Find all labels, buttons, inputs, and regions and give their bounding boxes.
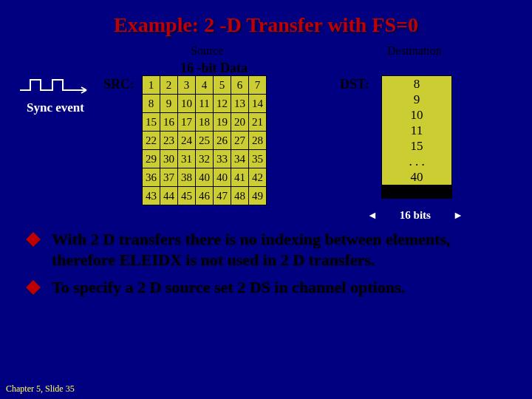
grid-cell: 13 bbox=[231, 95, 249, 113]
grid-cell: 35 bbox=[249, 150, 267, 168]
grid-cell: 38 bbox=[178, 168, 196, 187]
grid-cell: 9 bbox=[160, 95, 178, 113]
grid-cell: 14 bbox=[249, 95, 267, 113]
slide-title: Example: 2 -D Transfer with FS=0 bbox=[0, 0, 532, 44]
grid-cell: 45 bbox=[178, 187, 196, 205]
grid-cell: 5 bbox=[214, 76, 231, 95]
diamond-icon bbox=[26, 232, 41, 247]
pulse-icon bbox=[18, 75, 92, 95]
slide-footer: Chapter 5, Slide 35 bbox=[6, 383, 75, 395]
grid-cell: 33 bbox=[214, 150, 231, 168]
grid-cell: 16 bbox=[160, 113, 178, 132]
source-subheader: 16 -bit Data bbox=[180, 61, 248, 76]
grid-cell: 44 bbox=[160, 187, 178, 205]
dest-cell: 8 bbox=[382, 76, 451, 92]
grid-cell: 23 bbox=[160, 132, 178, 150]
grid-cell: 3 bbox=[178, 76, 196, 95]
grid-cell: 22 bbox=[143, 132, 160, 150]
grid-cell: 37 bbox=[160, 168, 178, 187]
grid-cell: 46 bbox=[196, 187, 214, 205]
grid-cell: 26 bbox=[214, 132, 231, 150]
grid-cell: 12 bbox=[214, 95, 231, 113]
grid-cell: 10 bbox=[178, 95, 196, 113]
sync-event-label: Sync event bbox=[15, 100, 96, 115]
arrow-right-icon: ► bbox=[453, 210, 463, 222]
grid-cell: 48 bbox=[231, 187, 249, 205]
grid-cell: 30 bbox=[160, 150, 178, 168]
grid-cell: 2 bbox=[160, 76, 178, 95]
grid-cell: 31 bbox=[178, 150, 196, 168]
grid-cell: 6 bbox=[231, 76, 249, 95]
bullet-text: With 2 D transfers there is no indexing … bbox=[52, 229, 510, 270]
arrow-left-icon: ◄ bbox=[367, 210, 378, 222]
grid-cell: 17 bbox=[178, 113, 196, 132]
grid-cell: 24 bbox=[178, 132, 196, 150]
grid-cell: 11 bbox=[196, 95, 214, 113]
grid-cell: 4 bbox=[196, 76, 214, 95]
bullet-text: To specify a 2 D source set 2 DS in chan… bbox=[52, 277, 405, 298]
dest-cell: 10 bbox=[382, 107, 451, 123]
bullet-item: With 2 D transfers there is no indexing … bbox=[28, 229, 510, 270]
grid-cell: 43 bbox=[143, 187, 160, 205]
destination-blank bbox=[382, 185, 451, 198]
grid-cell: 32 bbox=[196, 150, 214, 168]
bullet-list: With 2 D transfers there is no indexing … bbox=[28, 229, 510, 305]
grid-cell: 27 bbox=[231, 132, 249, 150]
grid-cell: 34 bbox=[231, 150, 249, 168]
grid-cell: 28 bbox=[249, 132, 267, 150]
dest-cell: 40 bbox=[382, 169, 451, 185]
destination-column: 89101115. . .40 bbox=[381, 75, 452, 199]
bullet-item: To specify a 2 D source set 2 DS in chan… bbox=[28, 277, 510, 298]
grid-cell: 29 bbox=[143, 150, 160, 168]
grid-cell: 20 bbox=[231, 113, 249, 132]
grid-cell: 1 bbox=[143, 76, 160, 95]
grid-cell: 25 bbox=[196, 132, 214, 150]
dest-cell: 15 bbox=[382, 138, 451, 154]
width-label: 16 bits bbox=[400, 209, 431, 222]
dest-cell: 9 bbox=[382, 92, 451, 107]
grid-cell: 36 bbox=[143, 168, 160, 187]
dst-label: DST: bbox=[340, 77, 369, 92]
grid-cell: 8 bbox=[143, 95, 160, 113]
grid-cell: 41 bbox=[231, 168, 249, 187]
source-grid: 1234567891011121314151617181920212223242… bbox=[142, 75, 267, 205]
grid-cell: 49 bbox=[249, 187, 267, 205]
src-label: SRC: bbox=[103, 77, 134, 92]
source-header: Source bbox=[191, 44, 223, 58]
grid-cell: 40 bbox=[196, 168, 214, 187]
dest-cell: . . . bbox=[382, 154, 451, 169]
grid-cell: 21 bbox=[249, 113, 267, 132]
diamond-icon bbox=[26, 280, 41, 295]
grid-cell: 18 bbox=[196, 113, 214, 132]
dest-cell: 11 bbox=[382, 123, 451, 138]
destination-header: Destination bbox=[387, 44, 442, 58]
width-marker: ◄ 16 bits ► bbox=[367, 209, 463, 222]
grid-cell: 42 bbox=[249, 168, 267, 187]
sync-event-block: Sync event bbox=[15, 75, 96, 115]
grid-cell: 7 bbox=[249, 76, 267, 95]
grid-cell: 47 bbox=[214, 187, 231, 205]
grid-cell: 40 bbox=[214, 168, 231, 187]
grid-cell: 15 bbox=[143, 113, 160, 132]
grid-cell: 19 bbox=[214, 113, 231, 132]
